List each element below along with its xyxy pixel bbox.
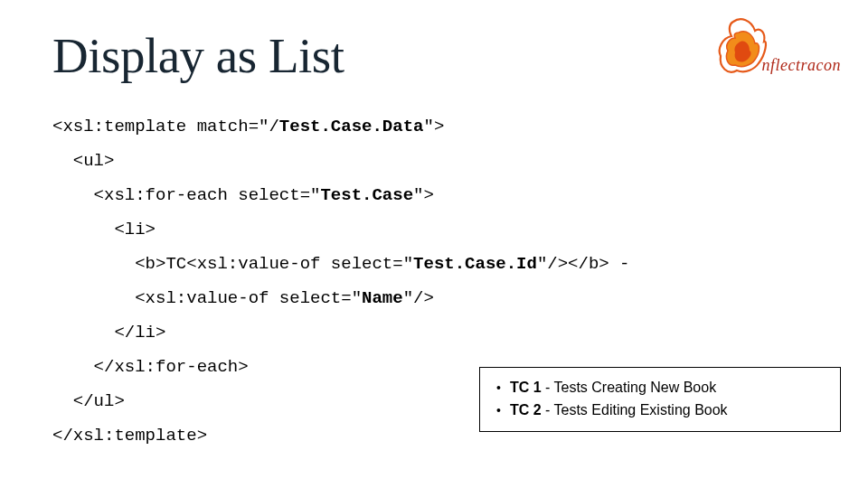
output-name: Tests Creating New Book: [554, 380, 717, 395]
list-item: • TC 1 - Tests Creating New Book: [496, 377, 827, 399]
code-text: "/></b> -: [537, 254, 630, 274]
code-text: </ul>: [52, 391, 125, 411]
code-text: <ul>: [52, 151, 114, 171]
brand-text: nflectracon: [762, 56, 841, 75]
code-text: <xsl:for-each select=": [52, 185, 320, 205]
code-text: </li>: [52, 323, 165, 343]
brand-logo: nflectracon: [713, 36, 841, 78]
code-text: </xsl:template>: [52, 426, 207, 446]
output-sep: -: [542, 380, 554, 395]
output-sep: -: [542, 402, 554, 418]
output-id: TC 1: [510, 380, 542, 395]
code-text: "/>: [403, 288, 434, 308]
list-item: • TC 2 - Tests Editing Existing Book: [496, 399, 827, 422]
code-bold: Test.Case.Data: [279, 117, 424, 136]
code-text: <b>TC<xsl:value-of select=": [52, 254, 413, 274]
code-text: ">: [413, 185, 434, 205]
bullet-icon: •: [496, 400, 501, 420]
output-id: TC 2: [510, 402, 542, 418]
code-bold: Test.Case: [320, 185, 413, 205]
code-text: <xsl:template match="/: [52, 117, 279, 136]
code-text: </xsl:for-each>: [52, 357, 249, 377]
code-bold: Test.Case.Id: [413, 254, 537, 274]
output-name: Tests Editing Existing Book: [554, 402, 728, 418]
code-text: <li>: [52, 220, 156, 239]
code-text: ">: [423, 117, 444, 136]
code-text: <xsl:value-of select=": [52, 288, 362, 308]
bullet-icon: •: [496, 378, 501, 398]
slide-title: Display as List: [52, 27, 816, 84]
output-box: • TC 1 - Tests Creating New Book • TC 2 …: [479, 367, 841, 432]
code-bold: Name: [362, 288, 403, 308]
